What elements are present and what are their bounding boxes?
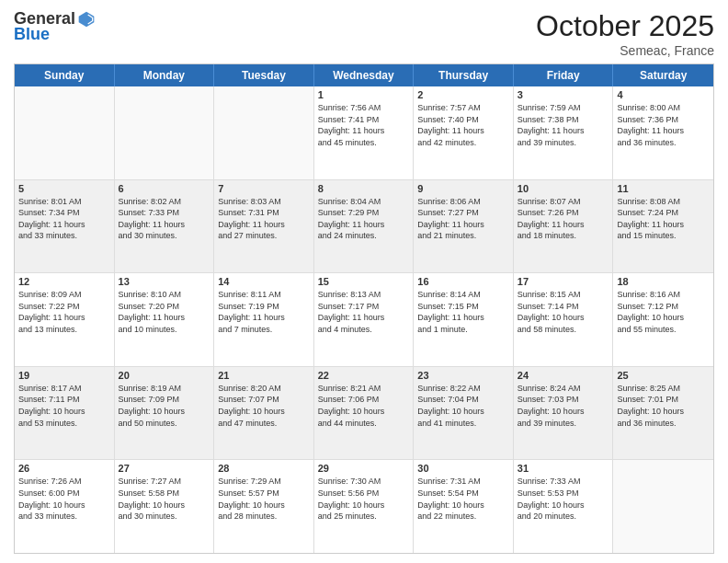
cal-day-17: 17Sunrise: 8:15 AM Sunset: 7:14 PM Dayli…: [514, 273, 614, 366]
day-number: 7: [218, 183, 310, 194]
cal-day-6: 6Sunrise: 8:02 AM Sunset: 7:33 PM Daylig…: [115, 180, 215, 273]
cal-day-11: 11Sunrise: 8:08 AM Sunset: 7:24 PM Dayli…: [613, 180, 713, 273]
day-info: Sunrise: 8:24 AM Sunset: 7:03 PM Dayligh…: [518, 383, 609, 429]
cal-day-1: 1Sunrise: 7:56 AM Sunset: 7:41 PM Daylig…: [314, 86, 415, 179]
cal-day-31: 31Sunrise: 7:33 AM Sunset: 5:53 PM Dayli…: [514, 460, 614, 553]
day-number: 26: [18, 463, 110, 474]
day-number: 14: [218, 276, 310, 287]
day-number: 6: [119, 183, 210, 194]
calendar: SundayMondayTuesdayWednesdayThursdayFrid…: [14, 63, 714, 554]
day-number: 18: [617, 276, 710, 287]
day-info: Sunrise: 7:30 AM Sunset: 5:56 PM Dayligh…: [318, 476, 410, 522]
day-number: 9: [417, 183, 509, 194]
day-info: Sunrise: 8:25 AM Sunset: 7:01 PM Dayligh…: [617, 383, 710, 429]
cal-day-9: 9Sunrise: 8:06 AM Sunset: 7:27 PM Daylig…: [414, 180, 514, 273]
day-info: Sunrise: 8:06 AM Sunset: 7:27 PM Dayligh…: [417, 196, 509, 242]
day-header-friday: Friday: [514, 64, 614, 86]
day-number: 17: [518, 276, 609, 287]
day-info: Sunrise: 8:21 AM Sunset: 7:06 PM Dayligh…: [318, 383, 410, 429]
cal-day-23: 23Sunrise: 8:22 AM Sunset: 7:04 PM Dayli…: [414, 367, 514, 460]
cal-day-12: 12Sunrise: 8:09 AM Sunset: 7:22 PM Dayli…: [15, 273, 115, 366]
cal-day-15: 15Sunrise: 8:13 AM Sunset: 7:17 PM Dayli…: [314, 273, 415, 366]
day-info: Sunrise: 8:14 AM Sunset: 7:15 PM Dayligh…: [417, 289, 509, 335]
day-number: 12: [18, 276, 110, 287]
calendar-row-3: 19Sunrise: 8:17 AM Sunset: 7:11 PM Dayli…: [15, 366, 713, 460]
day-info: Sunrise: 8:01 AM Sunset: 7:34 PM Dayligh…: [18, 196, 110, 242]
day-info: Sunrise: 7:33 AM Sunset: 5:53 PM Dayligh…: [518, 476, 609, 522]
day-info: Sunrise: 8:19 AM Sunset: 7:09 PM Dayligh…: [119, 383, 210, 429]
day-info: Sunrise: 8:17 AM Sunset: 7:11 PM Dayligh…: [18, 383, 110, 429]
cal-day-22: 22Sunrise: 8:21 AM Sunset: 7:06 PM Dayli…: [314, 367, 415, 460]
cal-day-28: 28Sunrise: 7:29 AM Sunset: 5:57 PM Dayli…: [214, 460, 314, 553]
day-header-tuesday: Tuesday: [214, 64, 314, 86]
day-number: 10: [518, 183, 609, 194]
day-info: Sunrise: 8:00 AM Sunset: 7:36 PM Dayligh…: [617, 102, 710, 148]
day-number: 16: [417, 276, 509, 287]
day-info: Sunrise: 8:07 AM Sunset: 7:26 PM Dayligh…: [518, 196, 609, 242]
page: General Blue October 2025 Semeac, France…: [0, 0, 728, 563]
day-number: 20: [119, 370, 210, 381]
day-number: 5: [18, 183, 110, 194]
day-info: Sunrise: 8:13 AM Sunset: 7:17 PM Dayligh…: [318, 289, 410, 335]
cal-day-10: 10Sunrise: 8:07 AM Sunset: 7:26 PM Dayli…: [514, 180, 614, 273]
day-info: Sunrise: 8:16 AM Sunset: 7:12 PM Dayligh…: [617, 289, 710, 335]
cal-day-14: 14Sunrise: 8:11 AM Sunset: 7:19 PM Dayli…: [214, 273, 314, 366]
day-number: 11: [617, 183, 710, 194]
cal-day-5: 5Sunrise: 8:01 AM Sunset: 7:34 PM Daylig…: [15, 180, 115, 273]
day-info: Sunrise: 8:09 AM Sunset: 7:22 PM Dayligh…: [18, 289, 110, 335]
cal-empty-0-0: [15, 86, 115, 179]
cal-day-24: 24Sunrise: 8:24 AM Sunset: 7:03 PM Dayli…: [514, 367, 614, 460]
calendar-row-2: 12Sunrise: 8:09 AM Sunset: 7:22 PM Dayli…: [15, 272, 713, 366]
day-info: Sunrise: 8:11 AM Sunset: 7:19 PM Dayligh…: [218, 289, 310, 335]
day-info: Sunrise: 8:02 AM Sunset: 7:33 PM Dayligh…: [119, 196, 210, 242]
title-section: October 2025 Semeac, France: [536, 9, 714, 58]
day-number: 30: [417, 463, 509, 474]
day-number: 8: [318, 183, 410, 194]
day-header-thursday: Thursday: [414, 64, 514, 86]
day-info: Sunrise: 7:31 AM Sunset: 5:54 PM Dayligh…: [417, 476, 509, 522]
cal-day-30: 30Sunrise: 7:31 AM Sunset: 5:54 PM Dayli…: [414, 460, 514, 553]
day-number: 31: [518, 463, 609, 474]
cal-empty-4-6: [613, 460, 713, 553]
day-number: 4: [617, 89, 710, 100]
day-number: 21: [218, 370, 310, 381]
day-number: 29: [318, 463, 410, 474]
day-number: 27: [119, 463, 210, 474]
logo: General Blue: [14, 9, 96, 44]
day-info: Sunrise: 8:20 AM Sunset: 7:07 PM Dayligh…: [218, 383, 310, 429]
day-info: Sunrise: 8:08 AM Sunset: 7:24 PM Dayligh…: [617, 196, 710, 242]
cal-day-18: 18Sunrise: 8:16 AM Sunset: 7:12 PM Dayli…: [613, 273, 713, 366]
month-title: October 2025: [536, 9, 714, 43]
day-number: 25: [617, 370, 710, 381]
calendar-row-1: 5Sunrise: 8:01 AM Sunset: 7:34 PM Daylig…: [15, 179, 713, 273]
day-info: Sunrise: 7:56 AM Sunset: 7:41 PM Dayligh…: [318, 102, 410, 148]
day-number: 23: [417, 370, 509, 381]
day-number: 28: [218, 463, 310, 474]
day-header-sunday: Sunday: [15, 64, 115, 86]
day-info: Sunrise: 8:15 AM Sunset: 7:14 PM Dayligh…: [518, 289, 609, 335]
day-number: 15: [318, 276, 410, 287]
day-header-monday: Monday: [115, 64, 215, 86]
cal-day-7: 7Sunrise: 8:03 AM Sunset: 7:31 PM Daylig…: [214, 180, 314, 273]
logo-icon: [77, 10, 96, 29]
day-number: 2: [417, 89, 509, 100]
cal-day-29: 29Sunrise: 7:30 AM Sunset: 5:56 PM Dayli…: [314, 460, 415, 553]
cal-day-3: 3Sunrise: 7:59 AM Sunset: 7:38 PM Daylig…: [514, 86, 614, 179]
cal-empty-0-1: [115, 86, 215, 179]
day-info: Sunrise: 7:57 AM Sunset: 7:40 PM Dayligh…: [417, 102, 509, 148]
cal-day-4: 4Sunrise: 8:00 AM Sunset: 7:36 PM Daylig…: [613, 86, 713, 179]
cal-day-16: 16Sunrise: 8:14 AM Sunset: 7:15 PM Dayli…: [414, 273, 514, 366]
header: General Blue October 2025 Semeac, France: [14, 9, 714, 58]
day-number: 19: [18, 370, 110, 381]
cal-day-19: 19Sunrise: 8:17 AM Sunset: 7:11 PM Dayli…: [15, 367, 115, 460]
cal-day-27: 27Sunrise: 7:27 AM Sunset: 5:58 PM Dayli…: [115, 460, 215, 553]
calendar-body: 1Sunrise: 7:56 AM Sunset: 7:41 PM Daylig…: [15, 86, 713, 553]
day-info: Sunrise: 7:29 AM Sunset: 5:57 PM Dayligh…: [218, 476, 310, 522]
cal-empty-0-2: [214, 86, 314, 179]
calendar-row-0: 1Sunrise: 7:56 AM Sunset: 7:41 PM Daylig…: [15, 86, 713, 179]
day-info: Sunrise: 8:04 AM Sunset: 7:29 PM Dayligh…: [318, 196, 410, 242]
cal-day-8: 8Sunrise: 8:04 AM Sunset: 7:29 PM Daylig…: [314, 180, 415, 273]
calendar-header: SundayMondayTuesdayWednesdayThursdayFrid…: [15, 64, 713, 86]
day-header-wednesday: Wednesday: [314, 64, 415, 86]
cal-day-13: 13Sunrise: 8:10 AM Sunset: 7:20 PM Dayli…: [115, 273, 215, 366]
